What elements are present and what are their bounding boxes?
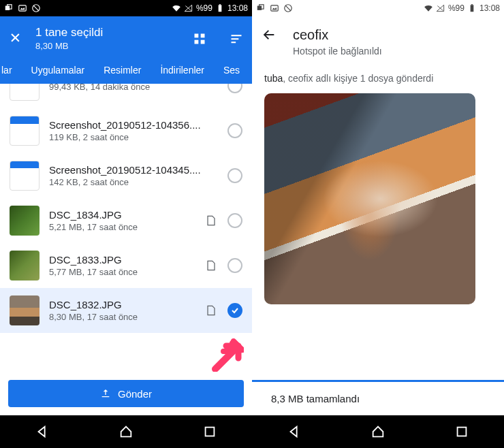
svg-rect-15 xyxy=(232,38,239,39)
transfer-status: 8,3 MB tamamlandı xyxy=(252,382,504,415)
svg-rect-10 xyxy=(195,33,199,37)
notif-icon xyxy=(256,3,266,13)
clock: 13:08 xyxy=(479,3,500,13)
battery-pct: %99 xyxy=(448,3,464,13)
file-name: DSC_1833.JPG xyxy=(49,254,195,266)
svg-rect-14 xyxy=(232,35,242,36)
nav-recent-icon[interactable] xyxy=(200,422,219,441)
file-row[interactable]: DSC_1834.JPG 5,21 MB, 17 saat önce xyxy=(0,198,252,243)
nav-bar xyxy=(0,415,252,448)
svg-rect-13 xyxy=(201,39,205,44)
file-row[interactable]: DSC_1833.JPG 5,77 MB, 17 saat önce xyxy=(0,243,252,288)
sd-card-icon xyxy=(204,304,218,317)
file-name: Screenshot_20190512-104356.... xyxy=(49,119,218,131)
send-label: Gönder xyxy=(118,388,152,400)
svg-marker-3 xyxy=(20,7,25,10)
file-thumbnail xyxy=(10,251,40,281)
svg-line-23 xyxy=(285,5,291,11)
left-screen: %99 13:08 1 tane seçildi 8,30 MB lar Uyg… xyxy=(0,0,252,448)
image-icon xyxy=(270,3,279,13)
nav-bar xyxy=(252,415,504,448)
file-row[interactable]: Screenshot_20190512-104345.... 142 KB, 2… xyxy=(0,153,252,198)
clock: 13:08 xyxy=(227,3,248,13)
transferred-image[interactable] xyxy=(264,93,475,304)
sd-card-icon xyxy=(204,259,218,272)
file-thumbnail xyxy=(10,295,40,325)
peer-name: ceofix xyxy=(293,27,382,43)
svg-rect-2 xyxy=(19,5,27,11)
back-icon[interactable] xyxy=(262,27,277,45)
no-network-icon xyxy=(31,3,41,13)
transfer-message: tuba, ceofix adlı kişiye 1 dosya gönderd… xyxy=(264,73,492,84)
svg-rect-20 xyxy=(271,5,279,11)
selection-size: 8,30 MB xyxy=(35,41,170,51)
file-thumbnail xyxy=(10,116,40,146)
file-meta: 8,30 MB, 17 saat önce xyxy=(49,312,195,322)
svg-rect-26 xyxy=(471,5,474,12)
file-row[interactable]: DSC_1832.JPG 8,30 MB, 17 saat önce xyxy=(0,288,252,333)
file-thumbnail xyxy=(10,206,40,236)
sd-card-icon xyxy=(204,214,218,227)
wifi-icon xyxy=(424,3,433,13)
tab-item[interactable]: Resimler xyxy=(104,65,141,76)
file-name: Screenshot_20190512-104345.... xyxy=(49,164,218,176)
close-icon[interactable] xyxy=(8,31,22,47)
file-row[interactable]: Screenshot_20190512-104356.... 119 KB, 2… xyxy=(0,108,252,153)
file-thumbnail xyxy=(10,84,40,101)
tab-item[interactable]: Ses xyxy=(223,65,240,76)
svg-rect-8 xyxy=(219,5,222,12)
file-checkbox[interactable] xyxy=(227,84,242,93)
transfer-body: tuba, ceofix adlı kişiye 1 dosya gönderd… xyxy=(252,66,504,380)
file-row[interactable]: 99,43 KB, 14 dakika önce xyxy=(0,84,252,108)
file-checkbox[interactable] xyxy=(227,168,242,183)
tab-item[interactable]: lar xyxy=(1,65,12,76)
file-thumbnail xyxy=(10,161,40,191)
category-tabs: lar Uygulamalar Resimler İndirilenler Se… xyxy=(1,58,244,84)
svg-rect-9 xyxy=(219,4,221,5)
notif-icon xyxy=(4,3,14,13)
no-network-icon xyxy=(283,3,293,13)
file-meta: 119 KB, 2 saat önce xyxy=(49,132,218,142)
svg-rect-12 xyxy=(195,39,199,44)
signal-icon xyxy=(184,3,193,13)
svg-rect-11 xyxy=(201,33,205,37)
file-checkbox[interactable] xyxy=(227,213,242,228)
battery-pct: %99 xyxy=(196,3,212,13)
nav-recent-icon[interactable] xyxy=(452,422,471,441)
file-checkbox[interactable] xyxy=(227,123,242,138)
transfer-header: ceofix Hotspot ile bağlanıldı xyxy=(252,16,504,66)
grid-view-icon[interactable] xyxy=(192,31,207,46)
file-name: DSC_1832.JPG xyxy=(49,299,195,310)
nav-back-icon[interactable] xyxy=(33,422,52,441)
nav-back-icon[interactable] xyxy=(285,422,304,441)
connection-status: Hotspot ile bağlanıldı xyxy=(293,46,382,57)
battery-icon xyxy=(215,3,225,13)
sender-name: tuba xyxy=(264,73,283,84)
nav-home-icon[interactable] xyxy=(368,422,388,441)
tab-item[interactable]: İndirilenler xyxy=(160,65,204,76)
file-meta: 5,21 MB, 17 saat önce xyxy=(49,222,195,232)
svg-rect-27 xyxy=(471,4,473,5)
sort-icon[interactable] xyxy=(229,31,244,46)
status-bar: %99 13:08 xyxy=(0,0,252,16)
image-icon xyxy=(18,3,27,13)
file-list[interactable]: 99,43 KB, 14 dakika önce Screenshot_2019… xyxy=(0,84,252,373)
svg-rect-28 xyxy=(458,428,467,436)
svg-rect-16 xyxy=(232,42,236,43)
svg-marker-21 xyxy=(272,7,277,10)
svg-line-5 xyxy=(33,5,39,11)
nav-home-icon[interactable] xyxy=(116,422,136,441)
right-screen: %99 13:08 ceofix Hotspot ile bağlanıldı … xyxy=(252,0,504,448)
status-bar: %99 13:08 xyxy=(252,0,504,16)
send-bar: Gönder xyxy=(0,373,252,415)
upload-icon xyxy=(100,388,111,399)
send-button[interactable]: Gönder xyxy=(8,380,244,407)
file-checkbox[interactable] xyxy=(227,258,242,273)
file-meta: 142 KB, 2 saat önce xyxy=(49,177,218,187)
message-text: , ceofix adlı kişiye 1 dosya gönderdi xyxy=(283,73,433,84)
svg-rect-17 xyxy=(206,428,215,436)
tab-item[interactable]: Uygulamalar xyxy=(31,65,85,76)
wifi-icon xyxy=(172,3,181,13)
file-meta: 5,77 MB, 17 saat önce xyxy=(49,267,195,277)
file-checkbox[interactable] xyxy=(227,303,242,318)
